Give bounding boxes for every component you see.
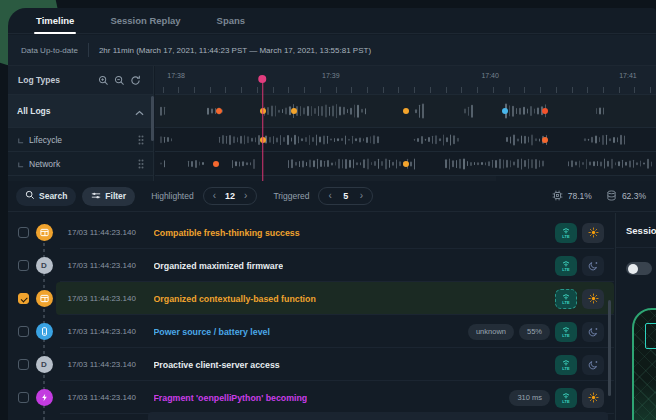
tab-spans[interactable]: Spans — [217, 15, 246, 26]
triggered-stepper[interactable]: ‹ 5 › — [318, 187, 373, 205]
sun-icon[interactable] — [582, 223, 604, 243]
waveform-bar — [435, 135, 437, 145]
log-list-scrollbar[interactable] — [608, 300, 611, 396]
waveform-bar — [622, 159, 624, 167]
waveform-bar — [495, 159, 497, 167]
log-row[interactable]: 17/03 11:44:23.140Power source / battery… — [8, 315, 614, 348]
tab-bar: Timeline Session Replay Spans — [8, 8, 656, 34]
log-checkbox[interactable] — [18, 293, 29, 304]
search-button[interactable]: Search — [16, 187, 76, 206]
waveform-bar — [537, 107, 539, 114]
waveform-bar — [318, 106, 320, 116]
axis-tick — [461, 87, 462, 93]
waveform-bar — [291, 137, 293, 142]
waveform-bar — [226, 135, 228, 144]
log-title: Fragment 'oenpelliPython' becoming — [154, 393, 308, 403]
lte-signal-badge[interactable]: LTE — [555, 223, 577, 243]
filter-sliders-icon — [91, 191, 101, 202]
waveform-bar — [613, 136, 615, 142]
waveform-bar — [414, 158, 416, 169]
waveform-bar — [327, 160, 329, 168]
event-marker-dot[interactable] — [542, 108, 548, 114]
log-row[interactable]: 17/03 11:44:23.140Organized contextually… — [8, 282, 614, 315]
log-type-label: Lifecycle — [29, 135, 138, 145]
waveform-bar — [524, 135, 526, 144]
zoom-out-icon[interactable] — [111, 75, 127, 86]
next-log-row-partial[interactable] — [148, 412, 608, 420]
zoom-in-icon[interactable] — [95, 75, 111, 86]
waveform-bar — [523, 107, 525, 115]
log-types-scrollbar[interactable] — [151, 96, 154, 141]
session-toggle[interactable] — [626, 262, 652, 275]
drag-handle-icon[interactable] — [138, 155, 144, 173]
log-checkbox[interactable] — [18, 392, 29, 403]
event-marker-dot[interactable] — [216, 108, 222, 114]
log-checkbox[interactable] — [18, 359, 29, 370]
highlighted-stepper[interactable]: ‹ 12 › — [203, 187, 258, 205]
waveform-bar — [247, 136, 249, 144]
waveform-bar — [291, 159, 293, 168]
log-row[interactable]: 17/03 11:44:23.140Fragment 'oenpelliPyth… — [8, 381, 614, 414]
log-checkbox[interactable] — [18, 260, 29, 271]
waveform-bar — [294, 134, 296, 144]
log-row[interactable]: D17/03 11:44:23.140Proactive client-serv… — [8, 348, 614, 381]
waveform-bar — [531, 159, 533, 168]
log-checkbox[interactable] — [18, 227, 29, 238]
lte-signal-badge[interactable]: LTE — [555, 256, 577, 276]
lte-signal-badge[interactable]: LTE — [555, 322, 577, 342]
axis-tick — [336, 87, 337, 93]
log-row[interactable]: 17/03 11:44:23.140Compatible fresh-think… — [8, 216, 614, 249]
axis-tick — [273, 87, 274, 93]
event-marker-dot[interactable] — [542, 137, 548, 143]
filter-button[interactable]: Filter — [82, 187, 135, 206]
log-row[interactable]: D17/03 11:44:23.140Organized maximized f… — [8, 249, 614, 282]
tab-session-replay[interactable]: Session Replay — [110, 15, 180, 26]
moon-icon[interactable] — [582, 256, 604, 276]
lte-signal-badge[interactable]: LTE — [555, 289, 577, 309]
waveform-bar — [347, 109, 349, 113]
waveform-bar — [633, 159, 635, 167]
lte-signal-badge[interactable]: LTE — [555, 355, 577, 375]
log-checkbox[interactable] — [18, 326, 29, 337]
chevron-up-icon[interactable] — [135, 102, 144, 120]
waveform-bar — [503, 159, 505, 168]
event-marker-dot[interactable] — [502, 108, 508, 114]
sun-icon[interactable] — [582, 289, 604, 309]
lte-signal-badge[interactable]: LTE — [555, 388, 577, 408]
refresh-icon[interactable] — [127, 75, 143, 86]
playhead[interactable] — [262, 79, 264, 181]
log-type-label: Network — [29, 159, 138, 169]
next-triggered-button[interactable]: › — [360, 191, 363, 201]
event-marker-dot[interactable] — [403, 108, 409, 114]
prev-triggered-button[interactable]: ‹ — [328, 191, 331, 201]
waveform-bar — [366, 136, 368, 142]
log-timestamp: 17/03 11:44:23.140 — [68, 228, 146, 237]
event-marker-dot[interactable] — [291, 108, 297, 114]
waveform-bar — [640, 160, 642, 167]
database-icon — [606, 190, 617, 203]
next-highlighted-button[interactable]: › — [244, 191, 247, 201]
log-type-row-network[interactable]: Network — [8, 152, 153, 176]
drag-handle-icon[interactable] — [138, 131, 144, 149]
tab-timeline[interactable]: Timeline — [36, 15, 74, 26]
moon-icon[interactable] — [582, 355, 604, 375]
waveform-bar — [499, 158, 501, 168]
log-type-row-all-logs[interactable]: All Logs — [8, 95, 153, 128]
prev-highlighted-button[interactable]: ‹ — [213, 191, 216, 201]
waveform-bar — [651, 161, 653, 166]
time-tick-label: 17:38 — [167, 72, 185, 79]
waveform-bar — [399, 161, 401, 166]
event-marker-dot[interactable] — [403, 161, 409, 167]
event-marker-dot[interactable] — [213, 161, 219, 167]
moon-icon[interactable] — [582, 322, 604, 342]
axis-tick — [493, 87, 494, 93]
playhead-handle[interactable] — [259, 75, 267, 83]
waveform-bar — [506, 137, 508, 143]
cpu-value: 78.1% — [568, 191, 592, 201]
waveform-bar — [307, 106, 309, 116]
waveform-bar — [269, 136, 271, 142]
log-type-label: All Logs — [17, 106, 135, 116]
smartphone-icon — [36, 323, 53, 340]
sun-icon[interactable] — [582, 388, 604, 408]
log-type-row-lifecycle[interactable]: Lifecycle — [8, 128, 153, 152]
